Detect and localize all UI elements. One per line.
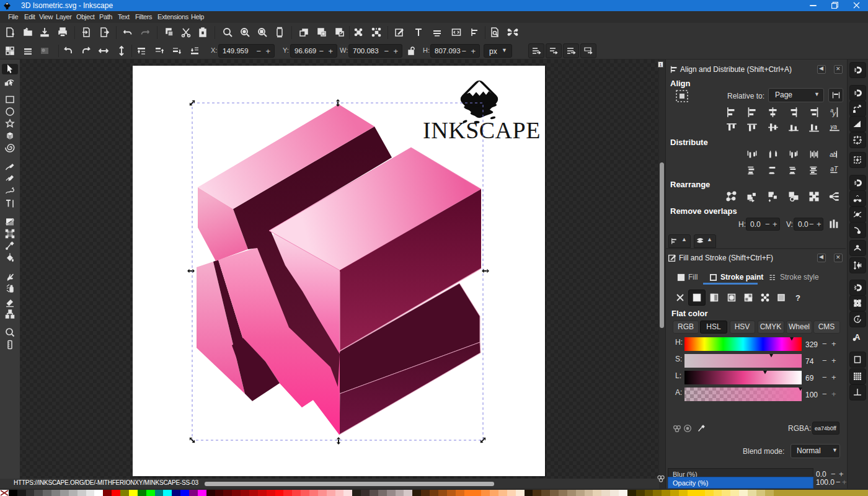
svg-text:−: −: [822, 373, 827, 382]
svg-text:+: +: [831, 373, 836, 382]
svg-text:+: +: [831, 389, 836, 399]
svg-text:INKSCAPE: INKSCAPE: [423, 117, 541, 143]
svg-text:H:: H:: [675, 338, 683, 347]
svg-text:−: −: [822, 389, 827, 399]
svg-text:329: 329: [805, 340, 818, 349]
svg-text:69: 69: [805, 374, 814, 383]
svg-text:ab: ab: [830, 151, 837, 158]
svg-text:?: ?: [795, 293, 800, 303]
svg-text:+: +: [831, 356, 836, 365]
svg-text:+: +: [831, 339, 836, 348]
svg-text:ya: ya: [830, 123, 837, 130]
svg-text:−: −: [822, 356, 827, 365]
svg-text:aT: aT: [830, 166, 838, 172]
svg-text:−: −: [822, 339, 827, 348]
svg-text:100: 100: [805, 391, 818, 399]
svg-text:74: 74: [805, 357, 814, 366]
svg-text:y: y: [832, 110, 836, 117]
svg-text:S:: S:: [675, 355, 682, 363]
svg-text:A:: A:: [675, 388, 682, 397]
svg-text:L:: L:: [675, 371, 681, 380]
